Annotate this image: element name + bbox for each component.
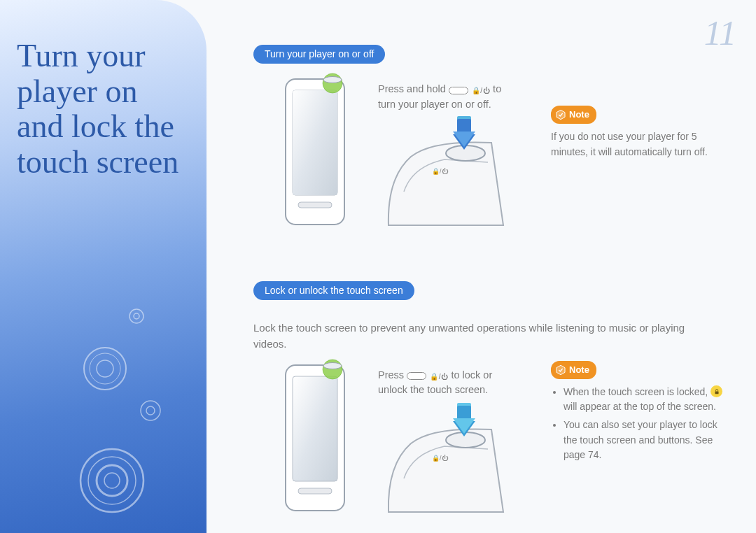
section-lock: Lock or unlock the touch screen Lock the… [253,281,743,533]
svg-rect-13 [293,90,337,195]
page-title: Turn yourplayer onand lock thetouch scre… [17,38,178,180]
heading-lock: Lock or unlock the touch screen [253,281,414,300]
note-bullet: You can also set your player to lock the… [564,418,732,463]
svg-rect-14 [298,202,332,208]
lock-icon [710,385,722,397]
main-content: Turn your player on or off Press and hol… [253,45,743,533]
svg-rect-32 [715,392,718,395]
svg-point-10 [104,473,120,488]
svg-rect-23 [293,376,337,481]
note-text: If you do not use your player for 5 minu… [551,129,722,159]
svg-rect-31 [457,406,471,420]
instruction-lock: Press 🔒/⏻ to lock or unlock the touch sc… [378,368,514,399]
lock-power-glyph: 🔒/⏻ [472,87,490,94]
svg-point-7 [80,449,144,512]
power-button-icon [449,87,468,94]
svg-point-3 [90,353,120,384]
device-closeup-power: 🔒/⏻ [383,115,509,227]
note-label: Note [569,363,589,377]
text: Press and hold [378,83,449,94]
svg-point-6 [146,406,155,415]
svg-text:🔒/⏻: 🔒/⏻ [432,167,449,176]
note-tag: Note [551,106,596,124]
svg-point-5 [141,401,160,420]
note-list: When the touch screen is locked, will ap… [551,385,732,463]
note-label: Note [569,108,589,122]
device-front-illustration [266,71,364,236]
svg-point-1 [134,313,139,319]
note-lock: Note When the touch screen is locked, wi… [551,361,732,467]
note-tag: Note [551,361,596,379]
svg-point-28 [446,432,485,448]
svg-rect-21 [457,119,471,133]
note-bullet: When the touch screen is locked, will ap… [564,385,732,415]
svg-point-27 [323,362,342,369]
svg-point-8 [88,457,136,504]
svg-point-9 [97,465,127,496]
sidebar-panel: Turn yourplayer onand lock thetouch scre… [0,0,206,533]
svg-rect-24 [298,488,332,494]
svg-point-18 [446,145,485,161]
note-power: Note If you do not use your player for 5… [551,106,722,160]
check-cube-icon [555,109,566,120]
check-cube-icon [555,364,566,376]
svg-text:🔒/⏻: 🔒/⏻ [432,454,449,462]
heading-power: Turn your player on or off [253,45,385,64]
power-button-icon [407,372,426,380]
text: When the touch screen is locked, [564,386,710,397]
instruction-power: Press and hold 🔒/⏻ to turn your player o… [378,82,507,113]
lock-description: Lock the touch screen to prevent any unw… [253,320,719,353]
decorative-circles [0,288,206,533]
text: Press [378,369,407,381]
svg-point-0 [130,309,144,323]
svg-point-4 [97,360,113,377]
text: will appear at the top of the screen. [564,401,716,412]
device-closeup-lock: 🔒/⏻ [383,401,509,513]
svg-point-2 [84,348,126,390]
svg-point-17 [323,77,342,83]
lock-diagram-row: Press 🔒/⏻ to lock or unlock the touch sc… [253,365,743,533]
section-power: Turn your player on or off Press and hol… [253,45,743,234]
power-diagram-row: Press and hold 🔒/⏻ to turn your player o… [253,76,743,223]
lock-power-glyph: 🔒/⏻ [430,373,448,381]
device-front-illustration [266,357,364,522]
